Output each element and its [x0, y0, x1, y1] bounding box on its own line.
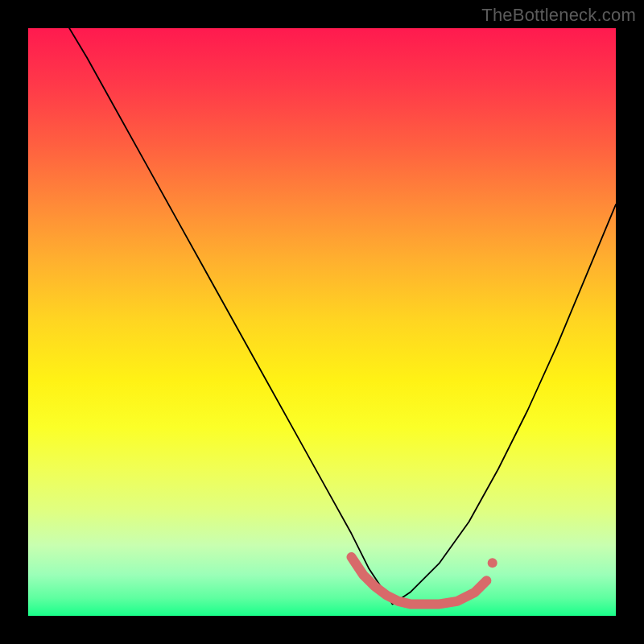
highlight-band [352, 557, 487, 604]
curves-svg [28, 28, 616, 616]
chart-frame: TheBottleneck.com [0, 0, 644, 644]
left-curve [69, 28, 393, 604]
plot-area [28, 28, 616, 616]
highlight-dot [488, 558, 497, 568]
watermark-text: TheBottleneck.com [481, 5, 636, 26]
right-curve [393, 204, 616, 604]
